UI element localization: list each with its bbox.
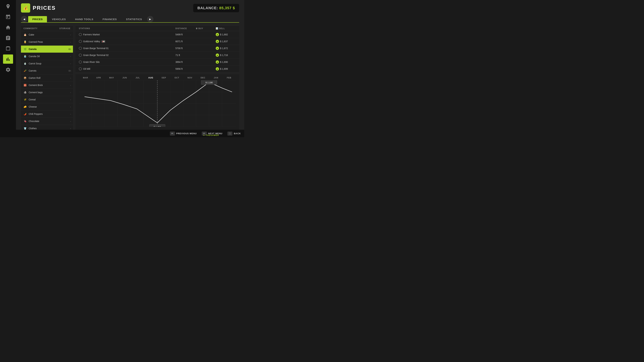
sidebar-icon-settings[interactable]	[3, 65, 13, 74]
list-item[interactable]: 🌾 Cereal -	[21, 96, 73, 103]
sidebar-icon-calendar[interactable]	[3, 12, 13, 21]
station-distance: 5956 ft	[176, 67, 196, 70]
item-storage: -	[66, 113, 71, 115]
chart-month-current: AUG	[146, 77, 156, 79]
item-storage: -	[66, 84, 71, 86]
item-icon: 🥕	[23, 69, 27, 73]
balance-box: BALANCE: 85,357 $	[193, 4, 239, 12]
list-item[interactable]: 🌶️ Chili Peppers -	[21, 110, 73, 118]
item-storage: 0 l	[66, 69, 71, 72]
station-name: Farmers Market	[79, 33, 176, 36]
sidebar-icon-farm[interactable]	[3, 23, 13, 32]
list-item[interactable]: 🥕 Carrots 0 l	[21, 67, 73, 74]
list-item[interactable]: 📦 Carton Roll -	[21, 74, 73, 82]
prev-menu-label: PREVIOUS MENU	[176, 132, 197, 135]
station-name: Grain River Silo	[79, 60, 176, 63]
prev-menu-button[interactable]: 🎮 PREVIOUS MENU	[170, 132, 197, 136]
item-icon: 🧀	[23, 105, 27, 109]
tab-vehicles[interactable]: VEHICLES	[48, 16, 70, 22]
prev-menu-icon: 🎮	[170, 132, 175, 136]
sell-up-icon: ▲	[216, 53, 219, 57]
sell-price: ▲ $ 1,672	[216, 46, 236, 50]
list-item[interactable]: 🎂 Cake -	[21, 31, 73, 38]
station-name: Oil Mill	[79, 67, 176, 70]
item-name: Cement Brick	[29, 84, 66, 86]
item-storage: -	[66, 55, 71, 58]
station-name: Grain Barge Terminal 01	[79, 47, 176, 50]
tab-hand-tools[interactable]: HAND TOOLS	[71, 16, 98, 22]
sell-up-icon: ▲	[216, 40, 219, 43]
item-name: Carrots	[29, 69, 66, 72]
station-name: Grain Barge Terminal 02	[79, 54, 176, 57]
station-dot	[79, 33, 82, 36]
list-item[interactable]: 🥫 Canned Peas -	[21, 38, 73, 45]
sell-price: ▲ $ 1,716	[216, 53, 236, 57]
station-dot	[79, 54, 82, 57]
table-row[interactable]: Oil Mill 5956 ft ▲ $ 1,699	[76, 65, 239, 72]
tab-statistics[interactable]: STATISTICS	[122, 16, 146, 22]
sidebar-icon-clipboard[interactable]	[3, 33, 13, 42]
station-dot	[79, 67, 82, 70]
item-name: Clothes	[29, 127, 66, 130]
page-title-area: 💰 PRICES	[21, 3, 56, 12]
chart-month: JUL	[133, 77, 143, 79]
tab-prev-btn[interactable]: ◀	[21, 16, 27, 22]
list-item-selected[interactable]: 🌿 Canola 0 l	[21, 45, 73, 53]
table-row[interactable]: Grain River Silo 3894 ft ▲ $ 1,690	[76, 59, 239, 65]
svg-text:$ 2,190: $ 2,190	[206, 81, 213, 84]
chart-month: JAN	[211, 77, 221, 79]
table-row[interactable]: Grain Barge Terminal 01 5700 ft ▲ $ 1,67…	[76, 45, 239, 52]
main-content: 💰 PRICES BALANCE: 85,357 $ ◀ PRICES VEHI…	[16, 0, 244, 137]
sidebar-icon-map[interactable]	[3, 2, 13, 11]
tab-finances[interactable]: FINANCES	[98, 16, 121, 22]
item-icon: 🎂	[23, 33, 27, 37]
col-buy: 🖥 BUY	[196, 27, 216, 30]
station-distance: 6071 ft	[176, 40, 196, 43]
commodity-header: COMMODITY STORAGE	[21, 26, 73, 31]
list-item[interactable]: 🫙 Canola Oil -	[21, 53, 73, 60]
list-item[interactable]: 🍵 Carrot Soup -	[21, 60, 73, 67]
station-distance: 71 ft	[176, 54, 196, 56]
back-button[interactable]: ⬛ BACK	[228, 132, 241, 136]
table-row[interactable]: Goldcrest Valley 🚛 6071 ft ▲ $ 1,637	[76, 38, 239, 45]
chart-month: JUN	[120, 77, 130, 79]
tab-next-btn[interactable]: ▶	[147, 16, 154, 22]
list-item[interactable]: 🧱 Cement Brick -	[21, 82, 73, 89]
station-distance: 3894 ft	[176, 61, 196, 63]
balance-label: BALANCE:	[198, 6, 218, 10]
back-label: BACK	[234, 132, 241, 135]
item-name: Cereal	[29, 98, 66, 101]
col-sell: 📊 SELL	[216, 27, 236, 30]
station-badge: 🚛	[102, 40, 105, 43]
sell-price: ▲ $ 1,690	[216, 60, 236, 64]
table-row[interactable]: Grain Barge Terminal 02 71 ft ▲ $ 1,716	[76, 52, 239, 59]
tab-prices[interactable]: PRICES	[28, 16, 47, 22]
item-icon: 🥫	[23, 40, 27, 44]
header: 💰 PRICES BALANCE: 85,357 $	[21, 3, 239, 12]
item-icon: 📦	[23, 76, 27, 80]
sidebar-icon-factory[interactable]	[3, 44, 13, 53]
sell-up-icon: ▲	[216, 33, 219, 36]
sell-price: ▲ $ 1,682	[216, 33, 236, 36]
item-name: Carrot Soup	[29, 62, 66, 65]
list-item[interactable]: 🧀 Cheese -	[21, 103, 73, 110]
content-area: COMMODITY STORAGE 🎂 Cake - 🥫 Canned Peas…	[21, 26, 239, 130]
chart-month: MAR	[80, 77, 90, 79]
list-item[interactable]: 🍫 Chocolate -	[21, 118, 73, 125]
item-icon: 🌾	[23, 97, 27, 102]
col-commodity: COMMODITY	[24, 27, 59, 30]
table-row[interactable]: Farmers Market 5499 ft ▲ $ 1,682	[76, 31, 239, 38]
sidebar-icon-chart[interactable]	[3, 54, 13, 64]
item-icon: 🪨	[23, 90, 27, 94]
list-item[interactable]: 👕 Clothes -	[21, 125, 73, 130]
list-item[interactable]: 🪨 Cement bags -	[21, 89, 73, 96]
item-name: Cake	[29, 33, 66, 36]
sell-up-icon: ▲	[216, 60, 219, 64]
item-icon: 🍫	[23, 119, 27, 123]
back-icon: ⬛	[228, 132, 232, 136]
sell-up-icon: ▲	[216, 46, 219, 50]
chart-month: APR	[94, 77, 104, 79]
item-name: Canola	[29, 48, 66, 50]
chart-month: SEP	[159, 77, 169, 79]
station-dot	[79, 40, 82, 43]
